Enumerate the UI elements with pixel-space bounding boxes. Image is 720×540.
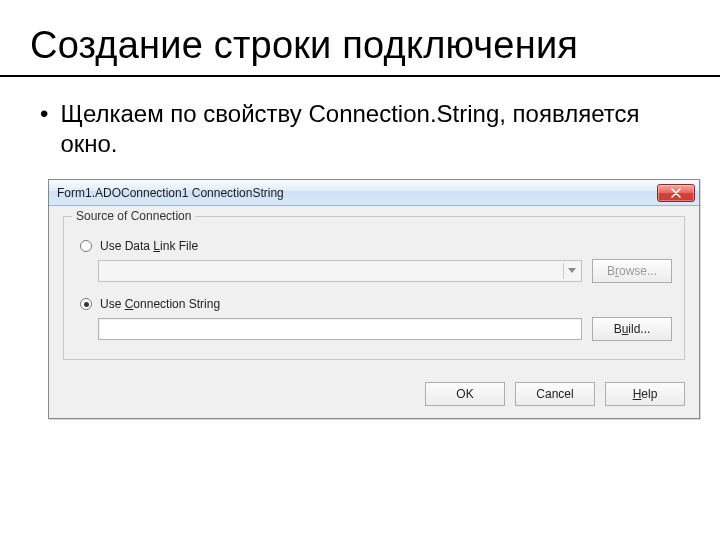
ok-button[interactable]: OK — [425, 382, 505, 406]
close-button[interactable] — [657, 184, 695, 202]
radio-label-connstr: Use Connection String — [100, 297, 220, 311]
connectionstring-dialog: Form1.ADOConnection1 ConnectionString So… — [48, 179, 700, 419]
slide-title: Создание строки подключения — [30, 24, 690, 67]
bullet-dot: • — [40, 99, 48, 159]
build-button[interactable]: Build... — [592, 317, 672, 341]
cancel-button[interactable]: Cancel — [515, 382, 595, 406]
source-of-connection-group: Source of Connection Use Data Link File — [63, 216, 685, 360]
radio-use-data-link-file[interactable]: Use Data Link File — [80, 239, 672, 253]
connection-string-input[interactable] — [98, 318, 582, 340]
help-button[interactable]: Help — [605, 382, 685, 406]
data-link-file-combo[interactable] — [98, 260, 582, 282]
dialog-button-row: OK Cancel Help — [49, 372, 699, 418]
bullet-text: Щелкаем по свойству Connection.String, п… — [60, 99, 690, 159]
dialog-title: Form1.ADOConnection1 ConnectionString — [57, 186, 284, 200]
radio-label-datalink: Use Data Link File — [100, 239, 198, 253]
radio-icon — [80, 298, 92, 310]
title-underline — [0, 75, 720, 77]
close-icon — [671, 188, 681, 198]
radio-use-connection-string[interactable]: Use Connection String — [80, 297, 672, 311]
browse-button[interactable]: Browse... — [592, 259, 672, 283]
group-legend: Source of Connection — [72, 209, 195, 223]
chevron-down-icon[interactable] — [563, 263, 579, 279]
radio-icon — [80, 240, 92, 252]
dialog-titlebar[interactable]: Form1.ADOConnection1 ConnectionString — [49, 180, 699, 206]
dialog-body: Source of Connection Use Data Link File — [49, 206, 699, 372]
slide-bullet: • Щелкаем по свойству Connection.String,… — [40, 99, 690, 159]
